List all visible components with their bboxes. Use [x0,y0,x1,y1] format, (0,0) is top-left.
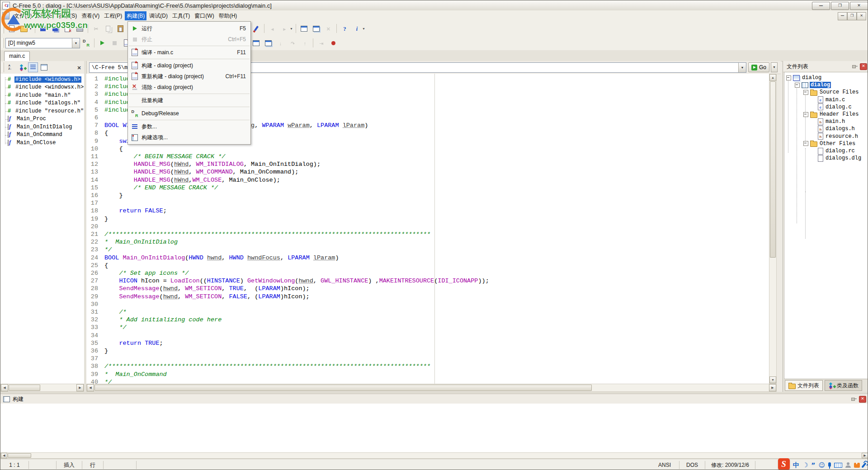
menu-item-debug-release[interactable]: Debug/Release [128,108,250,119]
close-window-button[interactable] [323,23,334,34]
cut-button[interactable] [90,23,102,34]
symbol-item[interactable]: #include "resource.h" [8,107,85,115]
new-file-button[interactable] [6,23,17,34]
menu-help[interactable]: 帮助(H) [217,11,239,20]
stop-button[interactable] [109,38,120,49]
menu-window[interactable]: 窗口(W) [193,11,216,20]
build-output[interactable] [0,404,868,453]
scroll-left-arrow[interactable]: ◀ [87,384,94,391]
panel-grip[interactable] [2,62,4,72]
run-button[interactable] [97,38,108,49]
menu-debug[interactable]: 调试(D) [147,11,170,20]
mdi-restore-button[interactable]: ❐ [847,12,857,20]
vscroll-thumb[interactable] [770,81,776,258]
menu-item-rebuild[interactable]: 重新构建 - dialog (project)Ctrl+F11 [128,71,250,82]
expand-toggle[interactable] [786,75,791,80]
tree-item-dialogs-dlg[interactable]: dialogs.dlg [812,155,862,162]
menu-build[interactable]: 构建(B) [125,11,146,20]
pin-button[interactable] [850,61,860,71]
help-button[interactable] [339,23,350,34]
symbol-item[interactable]: Main_OnClose [8,139,57,146]
paste-button[interactable] [115,23,126,34]
scroll-up-arrow[interactable]: ▲ [769,74,776,81]
menu-item-compile[interactable]: 编译 - main.cF11 [128,47,250,58]
scroll-right-arrow[interactable]: ▶ [862,453,868,458]
run-to-cursor-button[interactable] [316,38,327,49]
toggle-breakpoint-button[interactable] [328,38,339,49]
menu-item-batch-build[interactable]: 批量构建 [128,95,250,106]
group-by-type-button[interactable] [17,62,27,72]
tree-item-dialogs-h[interactable]: dialogs.h [812,125,856,132]
maximize-button[interactable]: ❐ [831,2,849,10]
about-button[interactable] [351,23,363,34]
tree-item-dialog-rc[interactable]: dialog.rc [812,147,856,155]
expand-toggle[interactable] [803,141,808,146]
menu-item-build-options[interactable]: 构建选项... [128,132,250,143]
symbol-item[interactable]: #include <windows.h> [8,75,81,83]
moon-icon[interactable]: ☽ [802,461,808,470]
symbol-properties-button[interactable] [39,62,49,72]
pin-button[interactable] [849,394,859,404]
split-window-button[interactable] [311,23,322,34]
tree-item-Source-Files[interactable]: Source Files [803,89,859,96]
symbols-list[interactable]: #include <windows.h>#include <windowsx.h… [0,74,85,384]
copy-button[interactable] [103,23,114,34]
build-panel-close-button[interactable]: ✕ [859,396,866,403]
expand-toggle[interactable] [795,83,800,88]
go-button[interactable]: Go [748,62,769,72]
person-icon[interactable] [845,462,851,468]
close-button[interactable]: ✕ [850,2,868,10]
tree-item-resource-h[interactable]: resource.h [812,133,859,140]
step-into-button[interactable] [275,38,286,49]
menu-item-parameters[interactable]: 参数... [128,121,250,132]
hscroll-thumb[interactable] [94,385,592,391]
editor-vscrollbar[interactable]: ▲ ▼ [769,74,777,384]
scroll-left-arrow[interactable]: ◀ [1,384,8,391]
menu-edit[interactable]: 编辑(E) [34,11,56,20]
smiley-icon[interactable]: ☺ [818,461,825,470]
menu-search[interactable]: 搜索(S) [57,11,79,20]
step-over-button[interactable] [287,38,298,49]
save-all-button[interactable] [50,23,61,34]
sort-alphabetic-button[interactable] [6,62,16,72]
menu-item-run[interactable]: 运行F5 [128,23,250,34]
new-window-button[interactable] [298,23,310,34]
tree-item-Other-Files[interactable]: Other Files [803,140,856,147]
chinese-mode-icon[interactable]: 中 [793,461,799,470]
navigate-forward-button[interactable] [279,23,290,34]
tree-item-Header-Files[interactable]: Header Files [803,111,859,118]
expand-toggle[interactable] [803,90,808,95]
tab-classes-functions[interactable]: 类及函数 [825,380,862,391]
toolbar-grip[interactable] [2,24,4,33]
symbol-item[interactable]: #include "main.h" [8,91,71,99]
microphone-icon[interactable] [828,462,831,467]
tree-item-dialog-c[interactable]: dialog.c [812,103,853,111]
scroll-right-arrow[interactable]: ▶ [76,384,84,391]
file-tree[interactable]: dialogdialogSource Filesmain.cdialog.cHe… [784,72,868,379]
symbol-item[interactable]: Main_OnCommand [8,131,63,139]
chevron-down-icon[interactable]: ▼ [72,38,80,48]
tab-main-c[interactable]: main.c [4,51,30,61]
tree-item-dialog[interactable]: dialog [795,81,831,89]
sogou-logo-icon[interactable]: S [778,458,790,470]
tab-file-list[interactable]: 文件列表 [785,380,823,391]
toolbar-grip[interactable] [2,38,4,48]
file-panel-close-button[interactable]: ✕ [860,63,867,70]
expand-toggle[interactable] [803,112,808,117]
symbol-item[interactable]: #include "dialogs.h" [8,99,81,107]
list-view-button[interactable] [28,62,38,72]
step-out-button[interactable] [299,38,311,49]
hscroll-thumb[interactable] [8,453,31,458]
minimize-button[interactable]: — [812,2,830,10]
menu-item-stop[interactable]: 停止Ctrl+F5 [128,34,250,45]
symbol-item[interactable]: Main_Proc [8,115,47,123]
editor-hscrollbar[interactable]: ◀ ▶ [86,384,777,392]
symbols-panel-close-button[interactable] [74,62,84,72]
debug-release-toggle-button[interactable] [80,38,92,49]
go-options-dropdown[interactable]: ▼ [771,62,778,72]
watch-window-button[interactable] [250,38,262,49]
menu-file[interactable]: 文件(F) [12,11,33,20]
menu-item-build[interactable]: 构建 - dialog (project) [128,60,250,71]
chevron-down-icon[interactable]: ▼ [738,63,746,72]
scroll-left-arrow[interactable]: ◀ [1,453,7,458]
